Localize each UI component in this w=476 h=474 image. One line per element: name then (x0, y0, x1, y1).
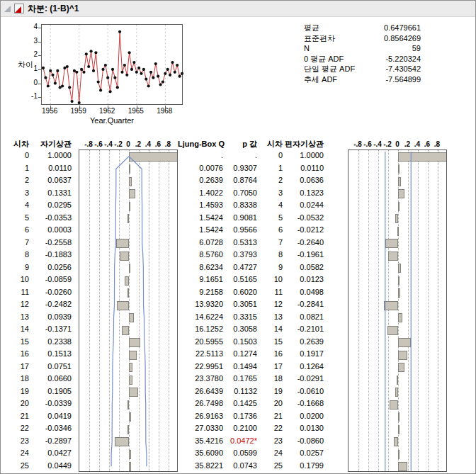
acf-bar (116, 239, 129, 248)
pacf-bar (384, 301, 398, 310)
lag-cell: 12 (9, 298, 29, 311)
acf-bar (115, 437, 129, 446)
gridline (109, 150, 110, 471)
acf-value-cell: 0.0660 (29, 373, 72, 385)
pacf-bar (394, 437, 398, 446)
table-header-row: 시차 자기상관 -.8-.6-.4-.20.2.4.6.8 Ljung-Box … (9, 138, 471, 149)
acf-bar (129, 388, 138, 397)
y-tick-label: 3 (23, 37, 38, 45)
lag2-cell: 22 (257, 422, 283, 435)
jmp-report-window: 차분: (1-B)^1 차이 43210-1 19561959196219651… (0, 0, 476, 474)
acf-bar-chart (79, 149, 178, 472)
acf-value-cell: 0.1905 (29, 385, 72, 398)
acf-value-cell: -0.0339 (29, 397, 72, 410)
stat-row: N59 (304, 43, 421, 54)
lag2-cell: 19 (257, 385, 283, 398)
gridline (89, 150, 90, 471)
pacf-value-cell: -0.2841 (283, 298, 324, 311)
lag-cell: 7 (9, 237, 29, 249)
outline-marker-icon[interactable] (4, 6, 11, 12)
stat-label: 단일 평균 ADF (304, 64, 371, 74)
ljung-box-q-cell: 35.6090 (178, 447, 223, 460)
pacf-bar (398, 351, 407, 360)
ljung-box-q-cell: 27.0330 (178, 422, 223, 435)
lag-cell: 11 (9, 286, 29, 299)
lag2-cell: 11 (257, 286, 283, 299)
pacf-bar (398, 202, 400, 211)
lag2-cell: 0 (257, 149, 283, 162)
stat-value: 59 (371, 43, 421, 54)
pacf-bar (398, 412, 400, 422)
acf-bar (120, 252, 129, 261)
pacf-bar (385, 239, 398, 248)
ljung-box-q-cell: 35.4216 (178, 435, 223, 448)
lag-cell: 15 (9, 336, 29, 349)
pacf-value-cell: -0.0610 (283, 385, 324, 398)
y-tick-mark (38, 55, 41, 56)
acf-bar (129, 152, 178, 162)
lag-cell: 25 (9, 460, 29, 473)
report-title: 차분: (1-B)^1 (28, 3, 79, 15)
pacf-value-cell: 0.0257 (283, 447, 324, 460)
y-tick-label: 4 (23, 23, 38, 30)
red-triangle-menu-icon[interactable] (14, 4, 24, 13)
stat-label: 추세 ADF (304, 74, 371, 85)
acf-pacf-table: 시차 자기상관 -.8-.6-.4-.20.2.4.6.8 Ljung-Box … (9, 138, 471, 472)
acf-value-cell: 1.0000 (29, 149, 72, 162)
p-value-cell: 0.3315 (223, 311, 257, 324)
summary-statistics: 평균0.6479661표준편차0.8564269N590 평균 ADF-5.22… (304, 23, 421, 84)
gridline (149, 150, 149, 471)
pacf-bar (398, 264, 401, 273)
lag2-cell: 21 (257, 410, 283, 423)
axis-tick-label: .8 (429, 139, 446, 150)
p-value-cell: . (223, 149, 257, 162)
pacf-value-cell: -0.1668 (283, 397, 324, 410)
pacf-bar (398, 338, 411, 347)
x-tick-label: 1959 (67, 107, 91, 115)
ljung-box-q-cell: 22.9951 (178, 361, 223, 373)
p-value-cell: 0.2100 (223, 422, 257, 435)
lag2-cell: 1 (257, 162, 283, 175)
acf-bar (129, 177, 132, 186)
y-tick-mark (38, 42, 41, 43)
ljung-box-q-cell: 1.4022 (178, 187, 223, 200)
p-value-cell: 0.9566 (223, 224, 257, 237)
pacf-bar (398, 462, 407, 471)
ljung-box-q-cell: 0.0076 (178, 162, 223, 175)
p-value-cell: 0.1274 (223, 348, 257, 361)
ljung-box-q-cell: 8.6234 (178, 261, 223, 274)
p-value-cell: 0.3058 (223, 323, 257, 336)
pacf-bar (388, 252, 398, 261)
lag-cell: 9 (9, 261, 29, 274)
p-value-cell: 0.9307 (223, 162, 257, 175)
acf-value-cell: -0.2482 (29, 298, 72, 311)
y-tick-mark (38, 28, 41, 28)
pacf-value-cell: 0.1264 (283, 361, 324, 373)
pacf-value-cell: 0.0244 (283, 199, 324, 212)
gridline (119, 150, 120, 471)
pacf-value-cell: 0.0582 (283, 261, 324, 274)
acf-bar (125, 276, 129, 286)
stat-row: 0 평균 ADF-5.220324 (304, 54, 421, 64)
lag-cell: 6 (9, 224, 29, 237)
stat-row: 단일 평균 ADF-7.430542 (304, 64, 421, 74)
stat-row: 평균0.6479661 (304, 23, 421, 33)
ljung-box-q-cell: 23.3780 (178, 373, 223, 385)
ljung-box-q-cell: 9.2158 (178, 286, 223, 299)
acf-value-cell: -0.0859 (29, 273, 72, 286)
lag2-cell: 20 (257, 397, 283, 410)
axis-tick-label: .8 (159, 139, 176, 150)
header-acf: 자기상관 (29, 138, 72, 149)
lag-cell: 19 (9, 385, 29, 398)
p-value-cell: 0.9081 (223, 212, 257, 225)
lag2-cell: 3 (257, 187, 283, 200)
lag-cell: 8 (9, 249, 29, 261)
ljung-box-q-cell: 8.5760 (178, 249, 223, 261)
lag-cell: 24 (9, 447, 29, 460)
lag2-cell: 14 (257, 323, 283, 336)
p-value-cell: 0.4727 (223, 261, 257, 274)
outline-title-bar[interactable]: 차분: (1-B)^1 (1, 1, 475, 17)
pacf-value-cell: 0.0636 (283, 174, 324, 187)
pacf-bar (395, 388, 398, 397)
lag-cell: 16 (9, 348, 29, 361)
